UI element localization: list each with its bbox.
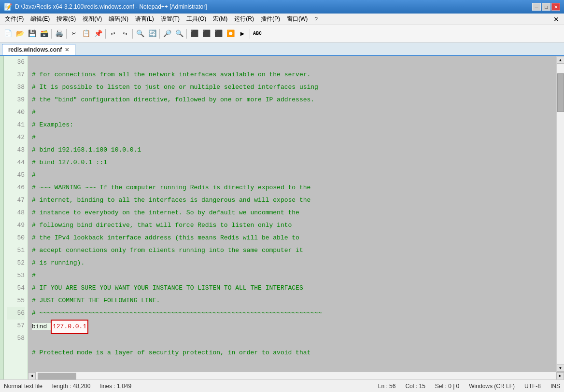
status-ln: Ln : 56 [378,383,396,390]
bind-value-highlight: 127.0.0.1 [51,320,88,334]
menu-edit[interactable]: 编辑(E) [28,14,53,24]
code-content[interactable]: # for connections from all the network i… [28,56,556,372]
wrap-button[interactable]: ⬛ [200,28,212,40]
toolbar-sep-3 [105,29,106,39]
line-num-43: 43 [7,144,25,156]
copy-button[interactable]: 📋 [80,28,92,40]
status-col: Col : 15 [405,383,425,390]
line-num-57: 57 [7,320,25,332]
save-all-button[interactable]: 🗃️ [38,28,50,40]
status-length: length : 48,200 [52,383,90,390]
menu-tools[interactable]: 工具(O) [183,14,209,24]
line-53-text: # IF YOU ARE SURE YOU WANT YOUR INSTANCE… [32,284,303,292]
line-38-text: # the "bind" configuration directive, fo… [32,96,314,103]
macro-button[interactable]: ⏺️ [225,28,236,40]
zoom-in-button[interactable]: 🔎 [161,28,173,40]
tab-close-button[interactable]: ✕ [65,47,69,53]
line-41-text: # [32,134,36,141]
status-ins: INS [550,383,560,390]
line-44-text: # [32,171,36,179]
line-num-55: 55 [7,294,25,307]
line-num-37: 37 [7,69,25,81]
line-55-text: # ~~~~~~~~~~~~~~~~~~~~~~~~~~~~~~~~~~~~~~… [32,309,322,317]
undo-button[interactable]: ↩️ [107,28,119,40]
save-button[interactable]: 💾 [26,28,38,40]
line-52-text: # [32,272,36,279]
maximize-button[interactable]: □ [542,3,550,11]
h-scrollbar-right-button[interactable]: ► [556,372,564,380]
menu-plugins[interactable]: 插件(P) [258,14,283,24]
menu-settings[interactable]: 设置(T) [158,14,183,24]
toolbar-sep-5 [159,29,160,39]
status-lines: lines : 1,049 [100,383,131,390]
title-bar-controls[interactable]: ─ □ ✕ [532,3,560,11]
toolbar-sep-2 [66,29,67,39]
line-num-44: 44 [7,156,25,169]
line-42-text: # bind 192.168.1.100 10.0.0.1 [32,146,141,154]
open-button[interactable]: 📂 [14,28,26,40]
close-button[interactable]: ✕ [551,3,560,11]
menu-language[interactable]: 语言(L) [132,14,157,24]
indent-button[interactable]: ⬛ [212,28,224,40]
cut-button[interactable]: ✂️ [68,28,80,40]
replace-button[interactable]: 🔄 [146,28,158,40]
h-scrollbar-thumb[interactable] [38,373,76,379]
line-num-41: 41 [7,119,25,131]
line-56-text: bind 127.0.0.1 [32,323,88,330]
h-scrollbar-left-button[interactable]: ◄ [28,372,36,380]
menu-view[interactable]: 视图(V) [80,14,105,24]
line-num-58: 58 [7,332,25,345]
menu-window[interactable]: 窗口(W) [284,14,310,24]
scrollbar-down-button[interactable]: ▼ [557,364,564,372]
sync-scroll-button[interactable]: ⬛ [188,28,200,40]
menu-search[interactable]: 搜索(S) [54,14,79,24]
line-48-text: # following bind directive, that will fo… [32,222,292,229]
menu-help[interactable]: ? [311,15,321,24]
paste-button[interactable]: 📌 [92,28,104,40]
line-43-text: # bind 127.0.0.1 ::1 [32,159,107,166]
status-sel: Sel : 0 | 0 [435,383,459,390]
menu-file[interactable]: 文件(F) [2,14,27,24]
redo-button[interactable]: ↪️ [119,28,131,40]
line-40-text: # Examples: [32,121,73,128]
new-button[interactable]: 📄 [2,28,14,40]
macro-play-button[interactable]: ▶️ [237,28,248,40]
line-numbers: 36 37 38 39 40 41 42 43 44 45 46 47 48 4… [4,56,28,379]
tab-bar: redis.windows.conf ✕ [0,42,564,56]
app-icon: 📝 [4,3,12,11]
line-54-text: # JUST COMMENT THE FOLLOWING LINE. [32,297,160,304]
menu-bar: 文件(F) 编辑(E) 搜索(S) 视图(V) 编码(N) 语言(L) 设置(T… [0,14,564,25]
tab-redis-conf[interactable]: redis.windows.conf ✕ [2,44,75,55]
toolbar-sep-7 [250,29,250,39]
menu-macro[interactable]: 宏(M) [210,14,230,24]
line-50-text: # accept connections only from clients r… [32,247,303,254]
line-num-46: 46 [7,182,25,194]
toolbar-sep-6 [186,29,187,39]
line-num-52: 52 [7,257,25,269]
scrollbar-thumb[interactable] [557,73,564,112]
minimize-button[interactable]: ─ [532,3,541,11]
line-num-49: 49 [7,219,25,232]
vertical-scrollbar[interactable]: ▲ ▼ [556,56,564,372]
scrollbar-up-button[interactable]: ▲ [557,56,564,64]
status-lineending: Windows (CR LF) [469,383,515,390]
menu-run[interactable]: 运行(R) [231,14,257,24]
line-num-36: 36 [7,56,25,69]
line-num-53: 53 [7,269,25,282]
menu-encoding[interactable]: 编码(N) [106,14,131,24]
line-num-47: 47 [7,194,25,207]
find-button[interactable]: 🔍 [134,28,146,40]
zoom-out-button[interactable]: 🔍 [173,28,185,40]
line-39-text: # [32,109,36,116]
line-58-text: # Protected mode is a layer of security … [32,349,310,356]
line-num-54: 54 [7,282,25,294]
code-area[interactable]: # for connections from all the network i… [28,56,564,379]
horizontal-scrollbar[interactable]: ◄ ► [28,372,564,379]
menu-close-x[interactable]: ✕ [550,15,562,23]
abc-button[interactable]: ABC [252,28,263,40]
toolbar-sep-1 [51,29,52,39]
print-button[interactable]: 🖨️ [53,28,65,40]
line-51-text: # is running). [32,259,85,266]
line-num-48: 48 [7,207,25,219]
tab-filename: redis.windows.conf [8,46,62,53]
